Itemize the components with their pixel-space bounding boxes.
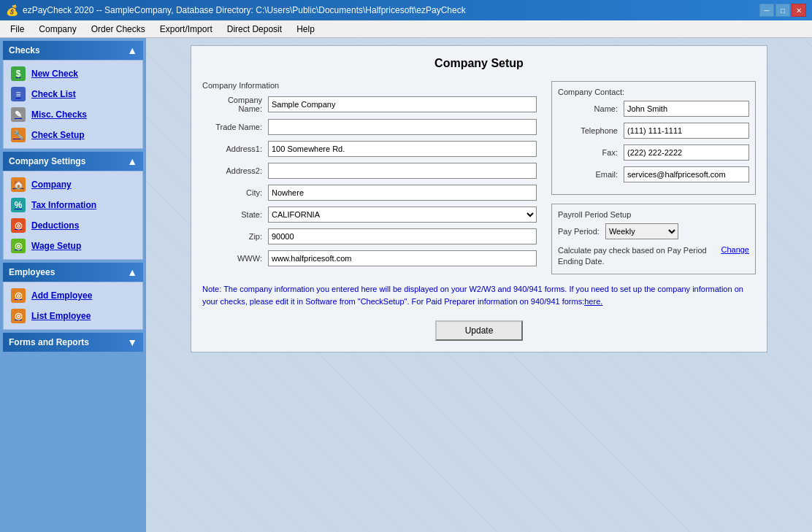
- update-button[interactable]: Update: [435, 320, 523, 341]
- payroll-period-label: Payroll Period Setup: [558, 210, 749, 219]
- sidebar-section-company-settings: Company Settings ▲ 🏠 Company % Tax Infor…: [3, 152, 143, 260]
- menu-company[interactable]: Company: [31, 23, 83, 36]
- form-columns: Company Information Company Name: Trade …: [202, 81, 756, 274]
- address1-input[interactable]: [268, 141, 537, 157]
- sidebar-section-employees: Employees ▲ ◎ Add Employee ◎ List Employ…: [3, 263, 143, 330]
- menu-help[interactable]: Help: [289, 23, 322, 36]
- close-button[interactable]: ✕: [792, 4, 806, 17]
- note-text: Note: The company information you entere…: [202, 285, 743, 307]
- title-text: ezPayCheck 2020 -- SampleCompany, Databa…: [23, 5, 466, 15]
- state-select[interactable]: CALIFORNIA ALABAMA ALASKA ARIZONA ARKANS…: [268, 207, 537, 223]
- menu-order-checks[interactable]: Order Checks: [84, 23, 153, 36]
- address1-row: Address1:: [202, 141, 537, 157]
- pay-period-row: Pay Period: Weekly Bi-Weekly Semi-Monthl…: [558, 223, 749, 239]
- zip-row: Zip:: [202, 228, 537, 244]
- sidebar-section-company-settings-header[interactable]: Company Settings ▲: [3, 152, 143, 171]
- sidebar-item-check-setup[interactable]: 🔧 Check Setup: [7, 125, 139, 145]
- sidebar-item-wage-setup[interactable]: ◎ Wage Setup: [7, 236, 139, 256]
- sidebar-section-employees-header[interactable]: Employees ▲: [3, 263, 143, 282]
- state-row: State: CALIFORNIA ALABAMA ALASKA ARIZONA…: [202, 207, 537, 223]
- sidebar-item-misc-checks-label: Misc. Checks: [31, 109, 87, 120]
- sidebar-item-company[interactable]: 🏠 Company: [7, 174, 139, 195]
- email-input[interactable]: [624, 166, 749, 182]
- city-row: City:: [202, 185, 537, 201]
- minimize-button[interactable]: ─: [759, 4, 774, 17]
- menu-export-import[interactable]: Export/Import: [153, 23, 220, 36]
- email-row: Email:: [558, 166, 749, 182]
- fax-row: Fax:: [558, 144, 749, 161]
- sidebar-section-forms-reports: Forms and Reports ▼: [3, 333, 143, 352]
- maximize-button[interactable]: □: [775, 4, 790, 17]
- calculate-row: Calculate pay check based on Pay Period …: [558, 245, 749, 268]
- change-link[interactable]: Change: [721, 245, 749, 254]
- menu-file[interactable]: File: [3, 23, 31, 36]
- list-employee-icon: ◎: [11, 309, 26, 323]
- menu-direct-deposit[interactable]: Direct Deposit: [220, 23, 289, 36]
- www-row: WWW:: [202, 250, 537, 266]
- contact-box: Company Contact: Name: Telephone Fax:: [551, 81, 756, 195]
- sidebar-item-check-list[interactable]: ≡ Check List: [7, 84, 139, 104]
- city-input[interactable]: [268, 185, 537, 201]
- sidebar-section-checks-label: Checks: [9, 45, 40, 55]
- sidebar-section-checks-header[interactable]: Checks ▲: [3, 41, 143, 60]
- deductions-icon: ◎: [11, 218, 26, 233]
- sidebar-item-deductions[interactable]: ◎ Deductions: [7, 215, 139, 236]
- company-name-input[interactable]: [268, 96, 537, 112]
- window-controls: ─ □ ✕: [759, 4, 806, 17]
- telephone-label: Telephone: [558, 126, 624, 135]
- update-row: Update: [202, 320, 756, 341]
- sidebar-item-add-employee-label: Add Employee: [31, 290, 92, 301]
- fax-label: Fax:: [558, 148, 624, 157]
- address1-label: Address1:: [202, 144, 268, 153]
- trade-name-input[interactable]: [268, 119, 537, 135]
- telephone-row: Telephone: [558, 123, 749, 139]
- pay-period-select[interactable]: Weekly Bi-Weekly Semi-Monthly Monthly: [605, 223, 678, 239]
- form-left: Company Information Company Name: Trade …: [202, 81, 537, 274]
- address2-label: Address2:: [202, 166, 268, 175]
- title-bar: 💰 ezPayCheck 2020 -- SampleCompany, Data…: [0, 0, 812, 20]
- www-label: WWW:: [202, 254, 268, 263]
- tax-information-icon: %: [11, 198, 26, 212]
- address2-row: Address2:: [202, 163, 537, 179]
- sidebar-item-tax-information[interactable]: % Tax Information: [7, 195, 139, 215]
- telephone-input[interactable]: [624, 123, 749, 139]
- sidebar-section-forms-reports-header[interactable]: Forms and Reports ▼: [3, 333, 143, 352]
- www-input[interactable]: [268, 250, 537, 266]
- misc-checks-icon: ✎: [11, 107, 26, 122]
- pay-period-label: Pay Period:: [558, 227, 600, 236]
- content-area: Company Setup Company Information Compan…: [146, 38, 812, 532]
- contact-name-label: Name:: [558, 104, 624, 113]
- address2-input[interactable]: [268, 163, 537, 179]
- sidebar-item-add-employee[interactable]: ◎ Add Employee: [7, 285, 139, 306]
- sidebar-item-wage-setup-label: Wage Setup: [31, 241, 81, 251]
- sidebar-section-employees-label: Employees: [9, 267, 55, 277]
- sidebar-section-checks-content: $ New Check ≡ Check List ✎ Misc. Checks …: [3, 60, 143, 149]
- fax-input[interactable]: [624, 144, 749, 161]
- sidebar-item-new-check-label: New Check: [31, 69, 78, 79]
- contact-label: Company Contact:: [558, 88, 749, 96]
- company-info-label: Company Information: [202, 81, 537, 90]
- contact-name-row: Name:: [558, 101, 749, 117]
- app-icon: 💰: [6, 4, 18, 16]
- note-area: Note: The company information you entere…: [202, 283, 756, 309]
- contact-name-input[interactable]: [624, 101, 749, 117]
- zip-input[interactable]: [268, 228, 537, 244]
- calculate-text: Calculate pay check based on Pay Period …: [558, 245, 716, 268]
- company-settings-collapse-icon: ▲: [127, 155, 137, 167]
- sidebar-item-list-employee[interactable]: ◎ List Employee: [7, 306, 139, 326]
- zip-label: Zip:: [202, 232, 268, 241]
- main-container: Checks ▲ $ New Check ≡ Check List ✎ Misc…: [0, 38, 812, 532]
- sidebar-item-tax-information-label: Tax Information: [31, 200, 96, 210]
- sidebar-item-company-label: Company: [31, 180, 72, 190]
- check-setup-icon: 🔧: [11, 128, 26, 142]
- sidebar-section-employees-content: ◎ Add Employee ◎ List Employee: [3, 282, 143, 330]
- sidebar-section-company-settings-label: Company Settings: [9, 156, 85, 166]
- sidebar-item-new-check[interactable]: $ New Check: [7, 63, 139, 84]
- sidebar-section-checks: Checks ▲ $ New Check ≡ Check List ✎ Misc…: [3, 41, 143, 149]
- company-icon: 🏠: [11, 177, 26, 192]
- city-label: City:: [202, 188, 268, 197]
- sidebar-item-check-setup-label: Check Setup: [31, 130, 85, 140]
- sidebar-item-misc-checks[interactable]: ✎ Misc. Checks: [7, 104, 139, 125]
- note-link[interactable]: here.: [584, 297, 602, 306]
- sidebar: Checks ▲ $ New Check ≡ Check List ✎ Misc…: [0, 38, 146, 532]
